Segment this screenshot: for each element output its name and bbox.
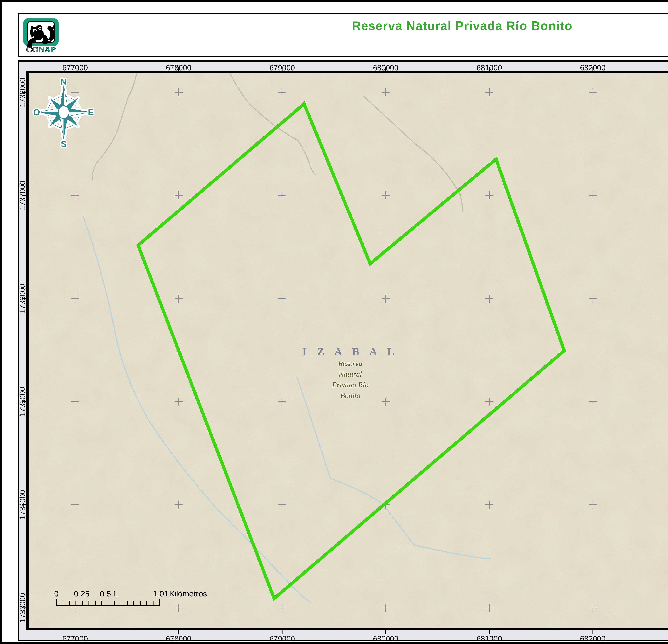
department-label: I Z A B A L bbox=[302, 346, 398, 358]
x-axis-label-bottom: 681000 bbox=[476, 634, 502, 643]
compass-e-label: E bbox=[88, 107, 94, 117]
scale-tick-minor bbox=[140, 601, 140, 606]
tick-top bbox=[178, 67, 179, 71]
tick-top bbox=[385, 67, 386, 71]
scale-tick-major bbox=[159, 599, 160, 606]
tick-left bbox=[22, 402, 26, 402]
tick-bottom bbox=[385, 630, 386, 634]
scale-tick-minor bbox=[101, 601, 102, 606]
scale-tick-minor bbox=[76, 601, 76, 606]
scale-tick-minor bbox=[153, 601, 153, 606]
reserve-label-line: Reserva bbox=[338, 359, 362, 368]
tick-left bbox=[22, 298, 26, 299]
tick-bottom bbox=[282, 630, 283, 634]
scale-tick-minor bbox=[127, 601, 128, 606]
tick-bottom bbox=[75, 630, 75, 634]
tick-left bbox=[22, 504, 26, 505]
compass-n-label: N bbox=[61, 77, 67, 87]
x-axis-label-bottom: 679000 bbox=[270, 634, 295, 643]
reserve-label-line: Privada Río bbox=[332, 380, 368, 389]
logo-text: CONAP bbox=[26, 45, 56, 54]
scale-tick-minor bbox=[146, 601, 147, 606]
scale-tick-minor bbox=[95, 601, 95, 606]
scale-tick-major bbox=[108, 599, 108, 606]
scale-tick-minor bbox=[121, 601, 121, 606]
main-map: N S O E I Z A B A L Reserva Natural Priv… bbox=[18, 60, 668, 641]
scale-value: 1 bbox=[112, 589, 117, 598]
scale-value: 0 bbox=[54, 589, 59, 598]
scale-tick-minor bbox=[63, 601, 63, 606]
x-axis-label-bottom: 680000 bbox=[373, 634, 398, 643]
compass-s-label: S bbox=[61, 139, 67, 149]
scale-value: 0.5 bbox=[100, 589, 111, 598]
tick-left bbox=[22, 195, 26, 196]
tick-bottom bbox=[178, 630, 179, 634]
tick-left bbox=[22, 608, 26, 608]
x-axis-label-bottom: 682000 bbox=[580, 634, 606, 643]
x-axis-label-bottom: 678000 bbox=[166, 634, 191, 643]
reserve-label-line: Natural bbox=[339, 370, 362, 378]
scale-tick-major bbox=[56, 599, 57, 606]
scale-tick-minor bbox=[82, 601, 83, 606]
tick-top bbox=[75, 67, 75, 71]
scale-value: 1.01 bbox=[153, 589, 168, 598]
page-title: Reserva Natural Privada Río Bonito bbox=[19, 19, 668, 33]
scale-value: 0.25 bbox=[74, 589, 90, 598]
compass-w-label: O bbox=[33, 107, 40, 117]
map-frame: N S O E I Z A B A L Reserva Natural Priv… bbox=[26, 71, 668, 630]
scale-tick-minor bbox=[114, 601, 115, 606]
tick-bottom bbox=[593, 630, 593, 634]
map-document-page: CONAP Reserva Natural Privada Río Bonito… bbox=[0, 0, 668, 644]
tick-top bbox=[593, 67, 593, 71]
tick-top bbox=[489, 67, 490, 71]
scale-tick-minor bbox=[89, 601, 89, 606]
tick-left bbox=[22, 92, 26, 93]
x-axis-label-bottom: 677000 bbox=[62, 634, 88, 643]
scale-tick-minor bbox=[69, 601, 70, 606]
scale-tick-minor bbox=[134, 601, 134, 606]
tick-bottom bbox=[489, 630, 490, 634]
header-band: CONAP Reserva Natural Privada Río Bonito… bbox=[18, 13, 668, 57]
reserve-label-line: Bonito bbox=[340, 391, 360, 400]
scale-unit: Kilómetros bbox=[169, 589, 207, 598]
tick-top bbox=[282, 67, 283, 71]
